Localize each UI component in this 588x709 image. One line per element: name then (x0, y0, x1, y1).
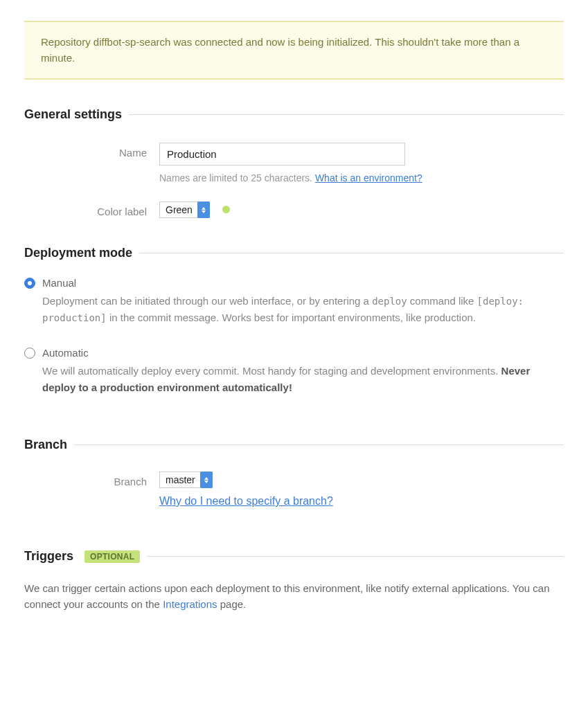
deployment-mode-header: Deployment mode (24, 246, 564, 260)
divider (74, 445, 564, 445)
branch-header: Branch (24, 438, 564, 452)
deployment-mode-title: Deployment mode (24, 246, 132, 260)
triggers-desc: We can trigger certain actions upon each… (24, 580, 564, 613)
radio-automatic-label: Automatic (42, 347, 89, 359)
radio-manual-label: Manual (42, 277, 76, 289)
color-swatch (222, 206, 230, 213)
what-is-env-link[interactable]: What is an environment? (315, 172, 422, 183)
optional-badge: OPTIONAL (84, 550, 140, 563)
color-select[interactable]: Green (159, 201, 210, 218)
radio-automatic[interactable] (24, 348, 35, 359)
radio-manual[interactable] (24, 278, 35, 289)
name-help: Names are limited to 25 characters. What… (159, 172, 564, 183)
branch-title: Branch (24, 438, 67, 452)
divider (129, 114, 564, 115)
alert-message: Repository diffbot-sp-search was connect… (41, 36, 519, 64)
radio-automatic-desc: We will automatically deploy every commi… (42, 363, 564, 396)
color-label: Color label (24, 201, 159, 217)
divider (147, 556, 564, 557)
branch-row: Branch master Why do I need to specify a… (24, 472, 564, 508)
init-alert: Repository diffbot-sp-search was connect… (24, 21, 564, 80)
integrations-link[interactable]: Integrations (163, 598, 217, 610)
divider (139, 253, 564, 253)
name-row: Name Names are limited to 25 characters.… (24, 143, 564, 183)
triggers-title: Triggers (24, 549, 73, 564)
radio-manual-desc: Deployment can be initiated through our … (42, 293, 564, 326)
color-row: Color label Green (24, 201, 564, 218)
general-settings-title: General settings (24, 107, 122, 122)
triggers-header: Triggers OPTIONAL (24, 549, 564, 564)
branch-select[interactable]: master (159, 472, 213, 488)
radio-automatic-row[interactable]: Automatic (24, 347, 564, 359)
branch-label: Branch (24, 472, 159, 487)
general-settings-header: General settings (24, 107, 564, 122)
name-input[interactable] (159, 143, 405, 165)
why-branch-link[interactable]: Why do I need to specify a branch? (159, 495, 333, 507)
name-label: Name (24, 143, 159, 159)
radio-manual-row[interactable]: Manual (24, 277, 564, 289)
